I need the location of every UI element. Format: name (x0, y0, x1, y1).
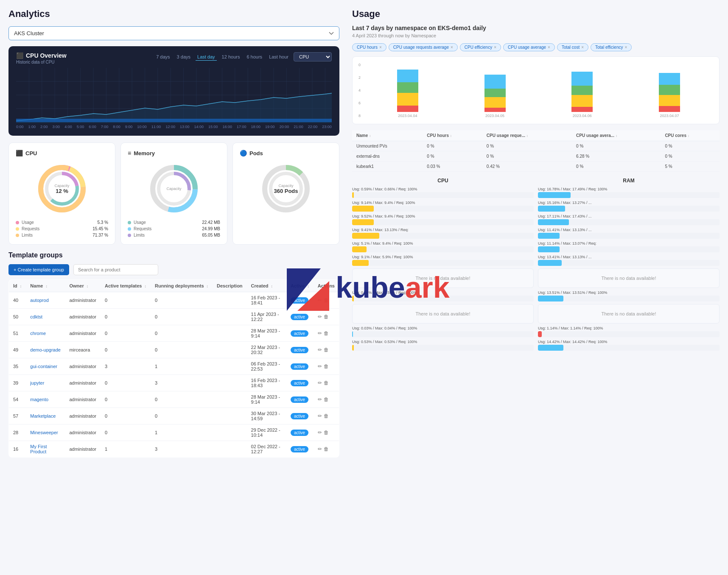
delete-icon[interactable]: 🗑 (324, 396, 329, 402)
table-row: 40 autoprod administrator 0 0 16 Feb 202… (9, 292, 339, 309)
active-badge[interactable]: active (291, 413, 308, 419)
active-badge[interactable]: active (291, 314, 308, 320)
y-axis: 8 6 4 2 0 (358, 63, 361, 118)
svg-marker-27 (16, 93, 332, 123)
edit-icon[interactable]: ✏ (318, 430, 322, 435)
table-row: 49 demo-upgrade mirceaora 0 0 22 Mar 202… (9, 342, 339, 358)
template-name-link[interactable]: chrome (30, 331, 46, 336)
ram-bar-7: Usg: 13.51% / Max: 13.51% / Req: 100% (538, 290, 720, 301)
cpu-overview-card: ⬛ CPU Overview Historic data of CPU 7 da… (8, 46, 339, 136)
delete-icon[interactable]: 🗑 (324, 380, 329, 386)
filter-tag-total-eff[interactable]: Total efficiency × (591, 43, 632, 51)
usage-col-name[interactable]: Name ↕ (352, 130, 423, 141)
col-id[interactable]: Id ↕ (9, 280, 26, 292)
delete-icon[interactable]: 🗑 (324, 413, 329, 419)
filter-tag-cpu-avg[interactable]: CPU usage average × (503, 43, 555, 51)
template-name-link[interactable]: Marketplace (30, 413, 56, 419)
active-badge[interactable]: active (291, 446, 308, 452)
col-running[interactable]: Running deployments ↕ (151, 280, 213, 292)
cpu-col-title: CPU (352, 178, 534, 184)
usage-table: Name ↕ CPU hours ↕ CPU usage reque... ↕ … (352, 130, 720, 172)
bars-wrapper: 2023.04.04 2023.04.05 (364, 63, 713, 118)
usage-col-cpu-cores[interactable]: CPU cores ↕ (661, 130, 720, 141)
cpu-overview-title: ⬛ CPU Overview (16, 52, 67, 59)
edit-icon[interactable]: ✏ (318, 413, 322, 419)
edit-icon[interactable]: ✏ (318, 363, 322, 369)
delete-icon[interactable]: 🗑 (324, 314, 329, 320)
template-name-link[interactable]: gui-container (30, 364, 57, 369)
cpu-overview-icon: ⬛ (16, 52, 23, 59)
template-name-link[interactable]: My First Product (30, 444, 47, 454)
active-badge[interactable]: active (291, 363, 308, 370)
active-badge[interactable]: active (291, 347, 308, 353)
memory-metric-card: ≡ Memory Capacity (120, 142, 227, 245)
usage-bar-chart: 8 6 4 2 0 2023.04.04 (352, 56, 720, 124)
ram-bar-9: Usg: 14.42% / Max: 14.42% / Req: 100% (538, 340, 720, 351)
edit-icon[interactable]: ✏ (318, 380, 322, 386)
right-panel: Usage Last 7 days by namespace on EKS-de… (348, 0, 728, 575)
template-name-link[interactable]: magento (30, 397, 48, 402)
time-btn-lasthour[interactable]: Last hour (267, 53, 290, 60)
usage-col-cpu-req[interactable]: CPU usage reque... ↕ (482, 130, 572, 141)
filter-tag-cpu-eff[interactable]: CPU efficiency × (460, 43, 501, 51)
col-name[interactable]: Name ↕ (26, 280, 65, 292)
cpu-donut-wrapper: Capacity 12 % (16, 163, 108, 214)
delete-icon[interactable]: 🗑 (324, 347, 329, 353)
pods-card-header: 🔵 Pods (240, 150, 332, 156)
template-groups-table: Id ↕ Name ↕ Owner ↕ Active templates ↕ R… (8, 279, 339, 458)
col-active-tpl[interactable]: Active templates ↕ (101, 280, 151, 292)
active-badge[interactable]: active (291, 330, 308, 337)
cpu-metric-dropdown[interactable]: CPU Memory (294, 52, 332, 61)
edit-icon[interactable]: ✏ (318, 297, 322, 303)
edit-icon[interactable]: ✏ (318, 347, 322, 353)
cpu-legend: Usage 5.3 % Requests 15.45 % Limits 71.3… (16, 220, 108, 237)
template-name-link[interactable]: jupyter (30, 380, 44, 385)
cluster-select[interactable]: AKS Cluster EKS Cluster GKE Cluster (8, 26, 339, 40)
usage-period: 4 April 2023 through now by Namespace (352, 33, 720, 38)
col-owner[interactable]: Owner ↕ (65, 280, 101, 292)
usage-subtitle: Last 7 days by namespace on EKS-demo1 da… (352, 25, 720, 31)
template-name-link[interactable]: autoprod (30, 298, 48, 303)
col-created[interactable]: Created ↕ (247, 280, 286, 292)
create-template-group-button[interactable]: + Create template group (8, 264, 69, 275)
active-badge[interactable]: active (291, 380, 308, 386)
template-name-link[interactable]: demo-upgrade (30, 347, 61, 352)
time-btn-6h[interactable]: 6 hours (245, 53, 264, 60)
delete-icon[interactable]: 🗑 (324, 297, 329, 303)
cpu-no-data-2: There is no data available! (352, 304, 534, 324)
active-badge[interactable]: active (291, 430, 308, 436)
edit-icon[interactable]: ✏ (318, 446, 322, 452)
delete-icon[interactable]: 🗑 (324, 430, 329, 435)
active-badge[interactable]: active (291, 396, 308, 403)
time-btn-7days[interactable]: 7 days (154, 53, 171, 60)
template-name-link[interactable]: Minesweeper (30, 430, 58, 435)
filter-tag-total-cost[interactable]: Total cost × (557, 43, 588, 51)
ram-col-title: RAM (538, 178, 720, 184)
delete-icon[interactable]: 🗑 (324, 363, 329, 369)
bar-group-0406: 2023.04.06 (565, 72, 599, 118)
filter-tag-cpu-req-avg[interactable]: CPU usage requests average × (389, 43, 458, 51)
bar-group-0404: 2023.04.04 (391, 70, 425, 118)
delete-icon[interactable]: 🗑 (324, 446, 329, 452)
filter-tag-cpu-hours[interactable]: CPU hours × (352, 43, 386, 51)
memory-donut-wrapper: Capacity (128, 163, 220, 214)
time-btn-lastday[interactable]: Last day (196, 53, 217, 61)
col-active[interactable]: Active ↕ (286, 280, 314, 292)
cpu-overview-subtitle: Historic data of CPU (16, 60, 67, 64)
table-row: 50 cdktst administrator 0 0 11 Apr 2023 … (9, 309, 339, 325)
ram-bar-2: Usg: 15.16% / Max: 13.27% / ... (538, 201, 720, 212)
time-btn-3days[interactable]: 3 days (175, 53, 192, 60)
edit-icon[interactable]: ✏ (318, 330, 322, 336)
edit-icon[interactable]: ✏ (318, 396, 322, 402)
edit-icon[interactable]: ✏ (318, 314, 322, 320)
delete-icon[interactable]: 🗑 (324, 330, 329, 336)
cpu-column: CPU Usg: 0.59% / Max: 0.66% / Req: 100% … (352, 178, 534, 353)
active-badge[interactable]: active (291, 297, 308, 304)
time-btn-12h[interactable]: 12 hours (220, 53, 242, 60)
template-name-link[interactable]: cdktst (30, 314, 42, 319)
usage-col-cpu-hours[interactable]: CPU hours ↕ (423, 130, 482, 141)
product-search-input[interactable] (73, 264, 158, 275)
usage-col-cpu-avg[interactable]: CPU usage avera... ↕ (572, 130, 661, 141)
legend-mem-usage: Usage 22.42 MB (128, 220, 220, 225)
usage-row-kubeark1: kubeark1 0.03 % 0.42 % 0 % 5 % (352, 162, 720, 172)
